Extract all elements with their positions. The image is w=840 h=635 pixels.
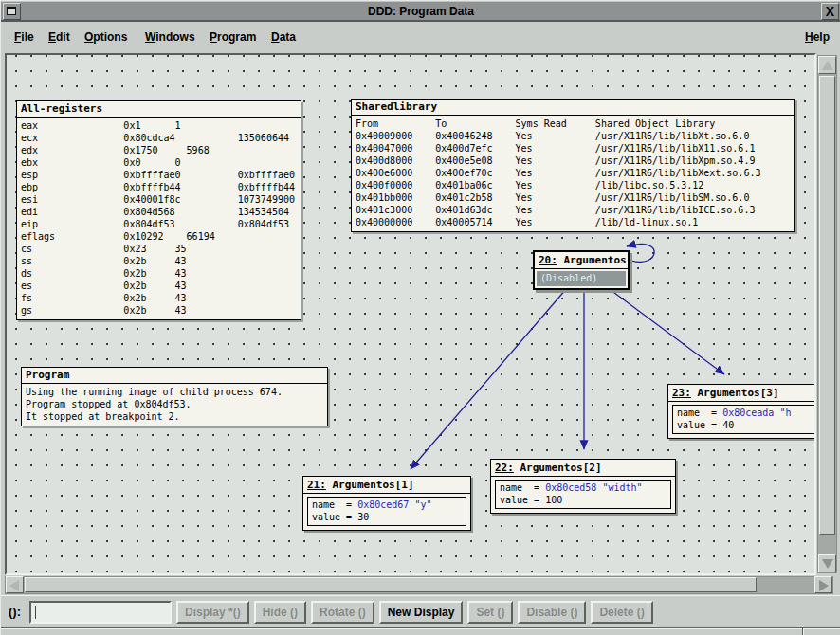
menu-options[interactable]: Options: [81, 23, 131, 51]
horizontal-scrollbar[interactable]: [5, 576, 833, 594]
toolbar-buttons: Display *() Hide () Rotate () New Displa…: [176, 601, 653, 624]
frame-resize-divider: [802, 628, 804, 635]
sharedlibrary-row: 0x40009000 0x40046248 Yes /usr/X11R6/lib…: [352, 130, 794, 142]
right-arrow-icon: [819, 580, 829, 591]
close-icon: X: [826, 4, 834, 19]
register-row: edx 0x1750 5968: [17, 144, 301, 156]
sharedlibrary-header: From To Syms Read Shared Object Library: [352, 118, 794, 130]
register-row: eax 0x1 1: [17, 119, 301, 132]
argument-label: ():: [9, 596, 21, 628]
data-canvas[interactable]: All-registers eax 0x1 1 ecx 0x80cdca4 13…: [7, 55, 814, 573]
node-21-value-box[interactable]: name = 0x80ced67 "y" value = 30: [307, 497, 466, 526]
up-arrow-icon: [822, 61, 833, 70]
horizontal-scrollbar-thumb[interactable]: [25, 577, 757, 592]
scroll-down-button[interactable]: [818, 554, 836, 572]
scroll-right-button[interactable]: [814, 576, 832, 593]
program-title: Program: [22, 368, 327, 384]
sharedlibrary-row: 0x400e6000 0x400ef70c Yes /usr/X11R6/lib…: [352, 167, 794, 179]
sharedlibrary-row: 0x400d8000 0x400e5e08 Yes /usr/X11R6/lib…: [352, 154, 794, 167]
register-row: eflags 0x10292 66194: [17, 230, 301, 243]
toolbar-button-rotate[interactable]: Rotate (): [311, 601, 374, 624]
argument-input[interactable]: [29, 601, 172, 624]
display-toolbar: (): Display *() Hide () Rotate () New Di…: [1, 595, 840, 627]
menu-help[interactable]: Help: [801, 23, 833, 51]
display-sharedlibrary[interactable]: Sharedlibrary From To Syms Read Shared O…: [351, 99, 795, 232]
program-status-line: It stopped at breakpoint 2.: [22, 410, 327, 423]
toolbar-button-new-display[interactable]: New Display: [379, 601, 464, 624]
register-row: edi 0x804d568 134534504: [17, 206, 301, 218]
toolbar-button-set[interactable]: Set (): [467, 601, 513, 624]
node-22-value-box[interactable]: name = 0x80ced58 "width" value = 100: [495, 480, 671, 509]
toolbar-button-delete[interactable]: Delete (): [591, 601, 652, 624]
register-row: ds 0x2b 43: [17, 267, 301, 280]
register-row: esp 0xbffffae0 0xbffffae0: [17, 169, 301, 181]
register-row: ebp 0xbffffb44 0xbffffb44: [17, 181, 301, 193]
menu-edit[interactable]: Edit: [45, 23, 74, 51]
toolbar-button-display[interactable]: Display *(): [176, 601, 249, 624]
node-21-title: 21: Argumentos[1]: [303, 477, 470, 494]
node-20-title: 20: Argumentos: [535, 252, 628, 269]
node-23-title: 23: Argumentos[3]: [668, 385, 814, 402]
sharedlibrary-row: 0x400f0000 0x401ba06c Yes /lib/libc.so.5…: [352, 179, 794, 191]
down-arrow-icon: [822, 559, 833, 569]
display-node-21[interactable]: 21: Argumentos[1] name = 0x80ced67 "y" v…: [302, 476, 471, 531]
left-arrow-icon: [9, 580, 19, 591]
node-22-name-field: name = 0x80ced58 "width": [500, 481, 667, 494]
data-canvas-frame: All-registers eax 0x1 1 ecx 0x80cdca4 13…: [5, 53, 816, 575]
node-23-value-field: value = 40: [677, 419, 814, 431]
register-row: es 0x2b 43: [17, 280, 301, 292]
edge-20-to-21: [411, 288, 567, 469]
node-22-value-field: value = 100: [500, 494, 667, 506]
ddd-program-data-window: DDD: Program Data X File Edit Options Wi…: [0, 0, 840, 635]
sharedlibrary-row: 0x40047000 0x400d7efc Yes /usr/X11R6/lib…: [352, 142, 794, 154]
display-node-23[interactable]: 23: Argumentos[3] name = 0x80ceada "h va…: [667, 384, 814, 439]
titlebar[interactable]: DDD: Program Data X: [1, 1, 840, 22]
sharedlibrary-row: 0x40000000 0x40005714 Yes /lib/ld-linux.…: [352, 216, 794, 228]
menubar: File Edit Options Windows Program Data H…: [1, 23, 840, 51]
register-row: cs 0x23 35: [17, 243, 301, 255]
sharedlibrary-row: 0x401c3000 0x401d63dc Yes /usr/X11R6/lib…: [352, 204, 794, 216]
node-21-value-field: value = 30: [312, 511, 462, 523]
program-status-line: Using the running image of child process…: [22, 386, 327, 398]
edge-20-self-loop: [627, 245, 654, 263]
register-row: ss 0x2b 43: [17, 255, 301, 267]
menu-program[interactable]: Program: [206, 23, 260, 51]
scroll-up-button[interactable]: [818, 56, 836, 74]
sharedlibrary-row: 0x401bb000 0x401c2b58 Yes /usr/X11R6/lib…: [352, 191, 794, 204]
toolbar-button-hide[interactable]: Hide (): [254, 601, 306, 624]
menu-windows[interactable]: Windows: [141, 23, 199, 51]
register-row: esi 0x40001f8c 1073749900: [17, 193, 301, 206]
text-cursor-icon: [35, 606, 36, 619]
node-22-title: 22: Argumentos[2]: [491, 460, 675, 477]
toolbar-button-disable[interactable]: Disable (): [518, 601, 586, 624]
scroll-left-button[interactable]: [6, 576, 24, 593]
node-21-name-field: name = 0x80ced67 "y": [312, 499, 462, 511]
node-23-name-field: name = 0x80ceada "h: [677, 407, 814, 419]
display-program[interactable]: Program Using the running image of child…: [21, 367, 328, 426]
edge-20-to-23: [607, 287, 724, 374]
display-all-registers[interactable]: All-registers eax 0x1 1 ecx 0x80cdca4 13…: [16, 100, 301, 320]
menu-data[interactable]: Data: [267, 23, 300, 51]
node-20-status-disabled[interactable]: (Disabled): [537, 271, 626, 286]
menu-file[interactable]: File: [10, 23, 38, 51]
window-bottom-frame[interactable]: [1, 627, 840, 635]
display-node-20[interactable]: 20: Argumentos (Disabled): [533, 250, 630, 290]
vertical-scrollbar-thumb[interactable]: [819, 76, 835, 535]
close-button[interactable]: X: [821, 3, 839, 20]
register-row: ebx 0x0 0: [17, 156, 301, 169]
register-row: ecx 0x80cdca4 135060644: [17, 132, 301, 144]
sharedlibrary-title: Sharedlibrary: [352, 100, 794, 116]
register-row: gs 0x2b 43: [17, 304, 301, 317]
register-row: eip 0x804df53 0x804df53: [17, 218, 301, 230]
register-row: fs 0x2b 43: [17, 292, 301, 304]
display-node-22[interactable]: 22: Argumentos[2] name = 0x80ced58 "widt…: [490, 459, 676, 514]
node-23-value-box[interactable]: name = 0x80ceada "h value = 40: [672, 405, 814, 434]
program-status-line: Program stopped at 0x804df53.: [22, 398, 327, 410]
window-title: DDD: Program Data: [1, 2, 840, 21]
all-registers-title: All-registers: [17, 101, 301, 118]
vertical-scrollbar[interactable]: [817, 55, 837, 573]
